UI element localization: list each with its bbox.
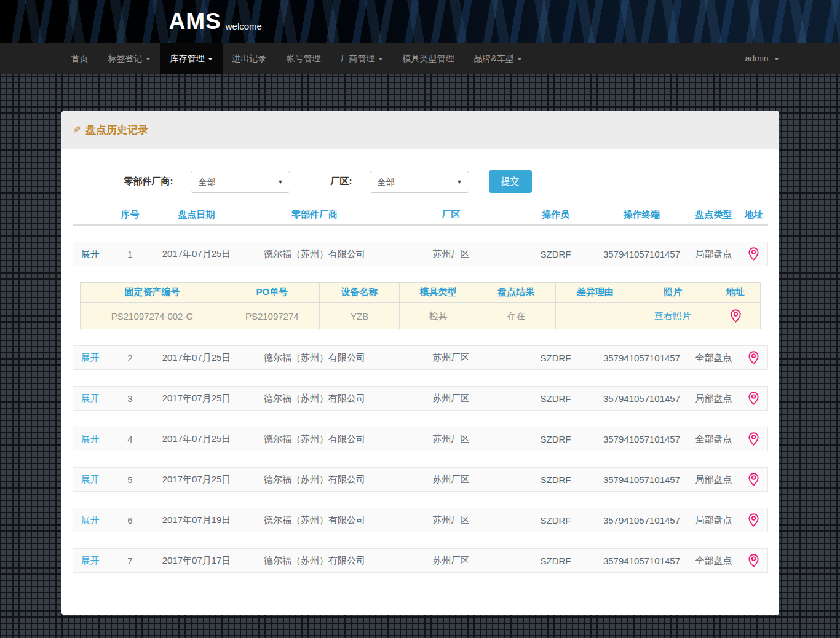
- cell-type: 全部盘点: [687, 427, 740, 451]
- cell-date: 2017年07月25日: [151, 242, 242, 266]
- cell-plant: 苏州厂区: [387, 386, 515, 411]
- cell-terminal: 357941057101457: [596, 548, 687, 573]
- cell-no: 2: [109, 345, 151, 370]
- cell-plant: 苏州厂区: [387, 467, 515, 492]
- cell-vendor: 德尔福（苏州）有限公司: [242, 242, 387, 266]
- cell-type: 局部盘点: [687, 467, 740, 492]
- table-header-row: 序号盘点日期零部件厂商厂区操作员操作终端盘点类型地址: [73, 205, 768, 226]
- vendor-select[interactable]: 全部: [191, 171, 290, 193]
- location-pin-icon[interactable]: [748, 513, 759, 527]
- cell-date: 2017年07月17日: [151, 548, 242, 573]
- panel-body: 零部件厂商: 全部 厂区: 全部 提交: [61, 149, 779, 615]
- sub-cell-address: [711, 302, 760, 329]
- expand-link[interactable]: 展开: [81, 514, 100, 525]
- cell-terminal: 357941057101457: [596, 508, 687, 532]
- cell-address: [740, 386, 768, 411]
- table-row: 展开62017年07月19日德尔福（苏州）有限公司苏州厂区SZDRF357941…: [73, 508, 768, 532]
- sub-cell-photo: 查看照片: [635, 302, 711, 329]
- cell-operator: SZDRF: [515, 427, 596, 451]
- main-navbar: 首页标签登记库存管理进出记录帐号管理厂商管理模具类型管理品牌&车型 admin: [0, 43, 840, 74]
- cell-plant: 苏州厂区: [387, 345, 515, 370]
- expand-cell: 展开: [73, 548, 109, 573]
- table-row: 展开32017年07月25日德尔福（苏州）有限公司苏州厂区SZDRF357941…: [73, 386, 768, 411]
- location-pin-icon[interactable]: [748, 432, 759, 446]
- nav-item-2[interactable]: 库存管理: [160, 43, 223, 74]
- expand-link[interactable]: 展开: [81, 393, 100, 403]
- plant-select[interactable]: 全部: [370, 171, 469, 193]
- location-pin-icon[interactable]: [731, 309, 741, 323]
- chevron-down-icon: [774, 58, 779, 60]
- cell-vendor: 德尔福（苏州）有限公司: [242, 508, 387, 532]
- nav-item-1[interactable]: 标签登记: [98, 43, 160, 74]
- logo-welcome-text: welcome: [226, 21, 262, 31]
- cell-plant: 苏州厂区: [387, 242, 515, 266]
- expand-link[interactable]: 展开: [81, 433, 100, 444]
- cell-no: 5: [109, 467, 151, 492]
- user-menu[interactable]: admin: [745, 43, 779, 74]
- cell-address: [740, 467, 768, 492]
- column-header: 盘点日期: [151, 205, 242, 226]
- location-pin-icon[interactable]: [748, 473, 759, 486]
- main-content: ✎盘点历史记录 零部件厂商: 全部 厂区: 全部 提交: [61, 111, 779, 615]
- cell-no: 6: [109, 508, 151, 532]
- cell-type: 局部盘点: [687, 508, 740, 532]
- sub-cell-result: 存在: [477, 302, 555, 329]
- sub-column-header: 差异理由: [555, 283, 635, 303]
- cell-address: [740, 508, 768, 532]
- cell-vendor: 德尔福（苏州）有限公司: [242, 345, 387, 370]
- cell-type: 全部盘点: [687, 345, 740, 370]
- cell-address: [740, 548, 768, 573]
- detail-sub-table: 固定资产编号PO单号设备名称模具类型盘点结果差异理由照片地址PS21097274…: [80, 282, 761, 329]
- expand-cell: 展开: [73, 467, 109, 492]
- cell-operator: SZDRF: [515, 548, 596, 573]
- column-header: 地址: [740, 205, 768, 226]
- view-photo-link[interactable]: 查看照片: [654, 310, 691, 321]
- logo-text: AMS: [169, 9, 221, 34]
- location-pin-icon[interactable]: [748, 392, 759, 405]
- cell-terminal: 357941057101457: [596, 242, 687, 266]
- expand-link[interactable]: 展开: [81, 474, 100, 484]
- column-header: 零部件厂商: [242, 205, 387, 226]
- expand-cell: 展开: [73, 508, 109, 532]
- cell-address: [740, 427, 768, 451]
- nav-item-0[interactable]: 首页: [61, 43, 98, 74]
- sub-column-header: 地址: [711, 283, 760, 303]
- nav-item-4[interactable]: 帐号管理: [277, 43, 331, 74]
- sub-column-header: 模具类型: [400, 283, 477, 303]
- cell-operator: SZDRF: [515, 467, 596, 492]
- cell-no: 1: [109, 242, 151, 266]
- nav-item-5[interactable]: 厂商管理: [331, 43, 393, 74]
- column-header: 操作终端: [596, 205, 687, 226]
- nav-list: 首页标签登记库存管理进出记录帐号管理厂商管理模具类型管理品牌&车型: [61, 43, 532, 74]
- expand-link[interactable]: 展开: [81, 248, 100, 259]
- sub-cell-mold_type: 检具: [400, 302, 477, 329]
- nav-item-6[interactable]: 模具类型管理: [393, 43, 464, 74]
- cell-date: 2017年07月25日: [151, 427, 242, 451]
- nav-item-3[interactable]: 进出记录: [223, 43, 277, 74]
- cell-no: 7: [109, 548, 151, 573]
- nav-item-label: 厂商管理: [341, 53, 375, 63]
- nav-item-label: 标签登记: [108, 53, 143, 63]
- expand-cell: 展开: [73, 345, 109, 370]
- cell-plant: 苏州厂区: [387, 548, 515, 573]
- location-pin-icon[interactable]: [748, 351, 759, 364]
- submit-button[interactable]: 提交: [489, 170, 532, 193]
- page-title: 盘点历史记录: [85, 124, 148, 136]
- location-pin-icon[interactable]: [748, 247, 759, 261]
- nav-item-label: 模具类型管理: [403, 53, 454, 63]
- app-logo: AMS welcome: [61, 0, 779, 43]
- cell-address: [740, 345, 768, 370]
- cell-vendor: 德尔福（苏州）有限公司: [242, 467, 387, 492]
- expand-link[interactable]: 展开: [81, 555, 100, 565]
- location-pin-icon[interactable]: [748, 554, 759, 567]
- table-row: 展开22017年07月25日德尔福（苏州）有限公司苏州厂区SZDRF357941…: [73, 345, 768, 370]
- sub-column-header: 照片: [635, 283, 711, 303]
- sub-table-header-row: 固定资产编号PO单号设备名称模具类型盘点结果差异理由照片地址: [80, 283, 760, 303]
- cell-type: 全部盘点: [687, 548, 740, 573]
- nav-item-7[interactable]: 品牌&车型: [464, 43, 532, 74]
- expand-link[interactable]: 展开: [81, 352, 100, 363]
- cell-plant: 苏州厂区: [387, 508, 515, 532]
- cell-no: 3: [109, 386, 151, 411]
- sub-column-header: 设备名称: [320, 283, 400, 303]
- expand-cell: 展开: [73, 427, 109, 451]
